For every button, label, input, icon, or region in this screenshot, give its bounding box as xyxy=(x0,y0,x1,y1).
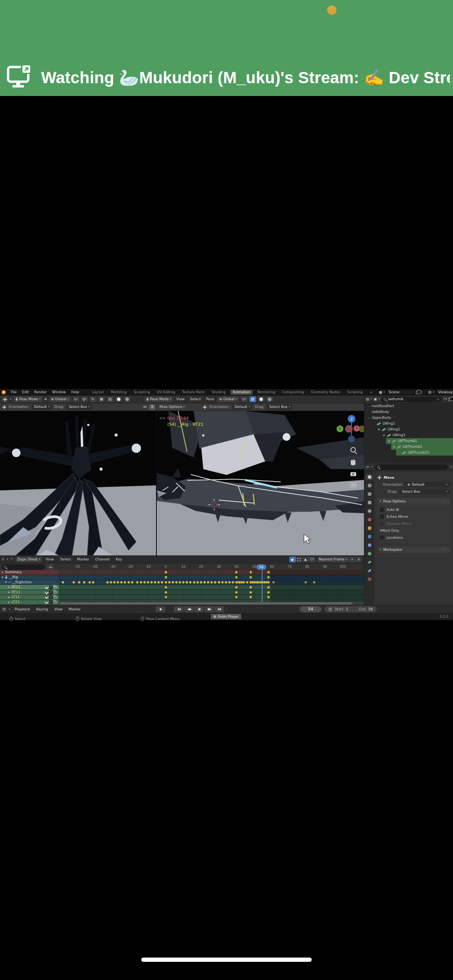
channel-enable-checkbox[interactable]: ✓ xyxy=(49,595,53,599)
xray-toggle-icon[interactable]: ▥ xyxy=(107,396,113,402)
keyframe-dot[interactable] xyxy=(267,586,270,589)
prev-keyframe-button[interactable]: ◀● xyxy=(184,606,194,612)
outliner-search-input[interactable]: lwthumb × xyxy=(381,397,442,402)
channel-keyframe-region[interactable] xyxy=(59,590,364,595)
unlock-icon[interactable] xyxy=(54,596,57,598)
shading-material-icon[interactable] xyxy=(266,396,273,402)
overlay-nav-toggle[interactable]: <> xyxy=(159,416,166,420)
auto-keying-button[interactable]: ● xyxy=(156,606,165,612)
outliner-item-lwing3[interactable]: ▼LWing3 xyxy=(364,432,453,438)
prop-drag-dropdown[interactable]: Select Box▾ xyxy=(400,489,450,494)
viewport-menu-view[interactable]: View xyxy=(175,397,185,401)
keyframe-dot[interactable] xyxy=(203,581,206,584)
channel-keyframe-region[interactable] xyxy=(59,595,364,600)
drag-dropdown[interactable]: Select Box▾ xyxy=(66,404,92,410)
expand-range-icon[interactable]: ↔ xyxy=(47,564,54,570)
keyframe-dot[interactable] xyxy=(267,576,270,579)
viewport-menu-select[interactable]: Select xyxy=(189,397,202,401)
jump-start-button[interactable]: ▮◀ xyxy=(174,606,184,612)
channel-enable-checkbox[interactable]: ✓ xyxy=(49,600,53,604)
properties-editor-icon[interactable]: ≔ xyxy=(366,465,369,469)
properties-tab-constraints[interactable] xyxy=(365,542,373,548)
box-select-icon[interactable] xyxy=(296,557,302,562)
option-locations[interactable]: Locations xyxy=(380,534,448,541)
keyframe-dot[interactable] xyxy=(221,581,224,584)
properties-tab-render[interactable] xyxy=(365,483,373,488)
keyframe-dot[interactable] xyxy=(165,586,167,589)
playback-menu-marker[interactable]: Marker xyxy=(67,608,82,611)
workspace-tab-geometry-nodes[interactable]: Geometry Nodes xyxy=(309,390,343,395)
outliner-filter-icon[interactable]: ▽▾ xyxy=(443,398,447,401)
prop-orientation-dropdown[interactable]: ⊕Default▾ xyxy=(405,482,450,487)
mirror-x-toggle[interactable]: X xyxy=(149,404,155,410)
dope-menu-marker[interactable]: Marker xyxy=(76,558,90,561)
keyframe-dot[interactable] xyxy=(189,581,192,584)
viewport-menu-pose[interactable]: Pose xyxy=(205,397,215,401)
properties-tab-tool[interactable] xyxy=(365,474,373,480)
keyframe-dot[interactable] xyxy=(136,581,139,584)
keyframe-dot[interactable] xyxy=(193,581,196,584)
keyframe-dot[interactable] xyxy=(182,581,185,584)
shading-solid-icon-2[interactable] xyxy=(258,396,264,402)
unlock-icon[interactable] xyxy=(54,591,57,593)
start-frame-value[interactable]: 1 xyxy=(346,608,348,611)
channel-row-lt11[interactable]: ▶LT11✓ xyxy=(0,595,364,600)
workspace-tab-layout[interactable]: Layout xyxy=(90,390,106,395)
topbar-menu-edit[interactable]: Edit xyxy=(21,391,30,394)
keyframe-dot[interactable] xyxy=(218,581,220,584)
keyframe-dot[interactable] xyxy=(207,581,209,584)
shading-solid-icon[interactable] xyxy=(115,396,122,402)
keyframe-dot[interactable] xyxy=(88,581,91,584)
next-keyframe-button[interactable]: ●▶ xyxy=(204,606,214,612)
playback-menu-playback[interactable]: Playback xyxy=(14,608,31,611)
mode-selector-2[interactable]: Pose Mode▾ xyxy=(144,396,173,402)
keyframe-dot[interactable] xyxy=(235,571,238,574)
checkbox[interactable] xyxy=(380,508,384,512)
keyframe-dot[interactable] xyxy=(267,596,270,598)
dope-menu-select[interactable]: Select xyxy=(59,558,72,561)
expand-arrow-icon[interactable]: ▼ xyxy=(378,428,380,431)
option-x-axis-mirror[interactable]: X-Axis Mirror xyxy=(380,513,448,520)
xray-toggle-icon-2[interactable]: ▥ xyxy=(249,396,256,402)
keyframe-dot[interactable] xyxy=(72,581,75,584)
properties-tab-object[interactable] xyxy=(365,525,373,531)
checkbox[interactable] xyxy=(380,522,384,526)
channel-keyframe-region[interactable] xyxy=(59,575,364,580)
channel-expand-icon[interactable]: ▶ xyxy=(8,586,10,588)
keyframe-dot[interactable] xyxy=(225,581,227,584)
keyframe-dot[interactable] xyxy=(150,581,153,584)
viewlayer-selector[interactable]: ViewLayer xyxy=(436,390,453,395)
drag-dropdown-2[interactable]: Select Box▾ xyxy=(267,404,293,410)
workspace-tab-rendering[interactable]: Rendering xyxy=(255,390,278,395)
active-tool-icon[interactable] xyxy=(2,396,8,402)
keyframe-dot[interactable] xyxy=(267,571,270,574)
option-affect-only[interactable]: Affect Only xyxy=(380,527,448,534)
keyframe-dot[interactable] xyxy=(185,581,188,584)
gizmo-icon[interactable]: ↻ xyxy=(90,396,96,402)
channel-row-rt21[interactable]: ▶RT21✓ xyxy=(0,585,364,590)
channel-expand-icon[interactable]: ▶ xyxy=(8,601,10,603)
expand-arrow-icon[interactable]: ▼ xyxy=(393,446,395,448)
properties-tab-bone-constraints[interactable] xyxy=(365,568,373,574)
outliner-item-lwthumb2[interactable]: ▼LWThumb2 xyxy=(364,444,453,450)
filter-icon[interactable]: ▽▾ xyxy=(309,557,316,562)
keyframe-dot[interactable] xyxy=(165,571,167,574)
keyframe-dot[interactable] xyxy=(210,581,213,584)
keyframe-dot[interactable] xyxy=(175,581,178,584)
workspace-tab-modeling[interactable]: Modeling xyxy=(108,390,129,395)
keyframe-dot[interactable] xyxy=(178,581,181,584)
checkbox[interactable] xyxy=(380,536,384,540)
keyframe-dot[interactable] xyxy=(196,581,199,584)
snap-dropdown[interactable]: Nearest Frame▾ xyxy=(317,557,349,562)
keyframe-dot[interactable] xyxy=(235,576,238,579)
keyframe-dot[interactable] xyxy=(165,591,167,594)
outliner-item-lwthumb25[interactable]: LWThumb25 xyxy=(364,450,453,456)
option-relative-mirror[interactable]: Relative Mirror xyxy=(380,520,448,527)
topbar-menu-window[interactable]: Window xyxy=(51,391,67,394)
viewport-right-view[interactable]: <> fps: 20.44 (54) __Rig : RT21 Z Y X xyxy=(157,411,364,555)
channel-row-rt11[interactable]: ▶RT11✓ xyxy=(0,590,364,595)
dope-menu-channel[interactable]: Channel xyxy=(94,558,111,561)
outliner-item-lwing2[interactable]: ▼LWing2 xyxy=(364,427,453,432)
properties-tab-world[interactable] xyxy=(365,517,373,523)
outliner-display-mode-icon[interactable]: ▣ xyxy=(374,397,377,401)
